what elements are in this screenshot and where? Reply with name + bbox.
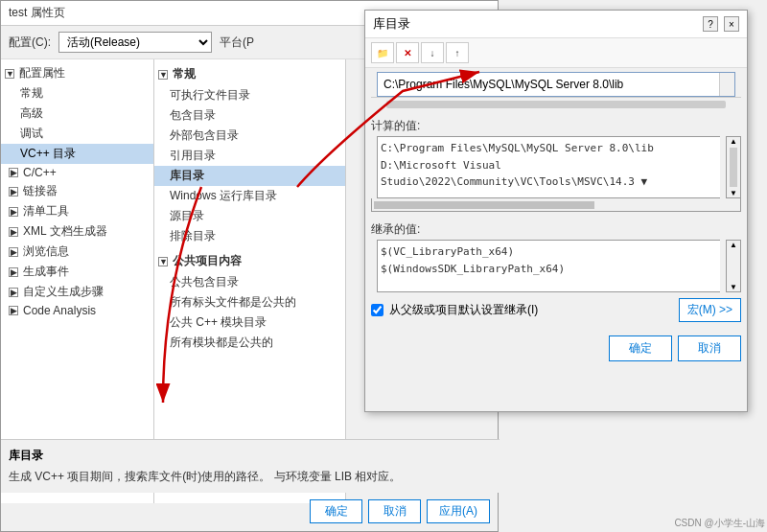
dialog-title-controls: ? ×	[703, 16, 739, 32]
tree-item-vc-dirs[interactable]: VC++ 目录	[1, 144, 153, 164]
tree-item-manifest[interactable]: ▶清单工具	[1, 201, 153, 221]
tree-item-debug[interactable]: 调试	[1, 124, 153, 144]
center-item-winruntime[interactable]: Windows 运行库目录	[154, 186, 345, 206]
computed-box: C:\Program Files\MySQL\MySQL Server 8.0\…	[377, 136, 720, 198]
toolbar-folder-button[interactable]: 📁	[371, 42, 394, 63]
checkbox-label: 从父级或项目默认设置继承(I)	[389, 302, 538, 318]
arrow-down-icon: ↓	[430, 48, 435, 58]
center-item-all-headers[interactable]: 所有标头文件都是公共的	[154, 292, 345, 312]
inherited-scroll-down[interactable]: ▼	[730, 283, 737, 291]
main-cancel-button[interactable]: 取消	[368, 499, 421, 523]
lib-path-input[interactable]	[378, 73, 719, 96]
tree-item-custom[interactable]: ▶自定义生成步骤	[1, 282, 153, 302]
computed-wrapper: C:\Program Files\MySQL\MySQL Server 8.0\…	[371, 136, 741, 198]
center-item-exe[interactable]: 可执行文件目录	[154, 85, 345, 105]
tree-item-browse[interactable]: ▶浏览信息	[1, 242, 153, 262]
computed-line-1: C:\Program Files\MySQL\MySQL Server 8.0\…	[381, 140, 717, 157]
desc-title: 库目录	[9, 448, 492, 464]
tree-item-events[interactable]: ▶生成事件	[1, 262, 153, 282]
main-title: test 属性页	[9, 5, 65, 21]
center-item-pub-cpp[interactable]: 公共 C++ 模块目录	[154, 312, 345, 333]
folder-icon: 📁	[377, 48, 388, 58]
computed-hscroll	[371, 198, 741, 212]
toolbar-delete-button[interactable]: ✕	[396, 42, 419, 63]
main-ok-button[interactable]: 确定	[310, 499, 362, 523]
expand-icon-center-public: ▼	[158, 257, 168, 266]
expand-icon-custom: ▶	[9, 288, 18, 297]
toolbar-down-button[interactable]: ↓	[421, 42, 444, 63]
tree-item-linker[interactable]: ▶链接器	[1, 181, 153, 201]
computed-h-scrollbar	[371, 198, 741, 212]
computed-line-2: D:\Microsoft Visual Studio\2022\Communit…	[381, 157, 717, 191]
tree-item-code-analysis[interactable]: ▶Code Analysis	[1, 302, 153, 319]
h-scroll-thumb	[386, 101, 726, 108]
center-item-include[interactable]: 包含目录	[154, 105, 345, 126]
inherited-line-2: $(WindowsSDK_LibraryPath_x64)	[381, 261, 717, 278]
tree-item-cpp[interactable]: ▶C/C++	[1, 164, 153, 181]
expand-icon-cpp: ▶	[9, 168, 18, 177]
center-item-ext-include[interactable]: 外部包含目录	[154, 126, 345, 146]
center-item-source[interactable]: 源目录	[154, 206, 345, 226]
tree-item-general[interactable]: 常规	[1, 83, 153, 104]
computed-scrollbar: ▲ ▼	[726, 136, 741, 198]
config-select[interactable]: 活动(Release)	[58, 32, 212, 53]
expand-icon: ▼	[5, 69, 14, 79]
input-scrollbar	[719, 73, 734, 96]
macro-button[interactable]: 宏(M) >>	[679, 298, 741, 322]
dialog-bottom-buttons: 确定 取消	[365, 328, 747, 369]
left-tree: ▼ 配置属性 常规 高级 调试 VC++ 目录 ▶C/C++ ▶链接器 ▶清单工…	[1, 59, 154, 503]
expand-icon-center-general: ▼	[158, 70, 168, 80]
inherited-scrollbar: ▲ ▼	[726, 240, 741, 292]
inherit-checkbox[interactable]	[371, 304, 384, 316]
desc-text: 生成 VC++ 项目期间，搜索库文件(时)使用的路径。 与环境变量 LIB 相对…	[9, 468, 492, 485]
inherited-wrapper: $(VC_LibraryPath_x64) $(WindowsSDK_Libra…	[371, 240, 741, 292]
platform-label: 平台(P	[220, 35, 254, 51]
center-tree: ▼ 常规 可执行文件目录 包含目录 外部包含目录 引用目录 库目录 Window…	[154, 59, 346, 503]
computed-scroll-thumb	[730, 148, 737, 187]
dialog-title: 库目录	[373, 15, 410, 33]
tree-item-xml[interactable]: ▶XML 文档生成器	[1, 221, 153, 242]
input-row-wrapper	[377, 72, 735, 97]
lib-dir-dialog: 库目录 ? × 📁 ✕ ↓ ↑ 计算的值:	[364, 10, 748, 412]
center-item-lib[interactable]: 库目录	[154, 166, 345, 186]
dialog-title-bar: 库目录 ? ×	[365, 11, 747, 38]
center-item-exclude[interactable]: 排除目录	[154, 226, 345, 246]
dialog-input-area	[365, 68, 747, 114]
center-item-all-modules[interactable]: 所有模块都是公共的	[154, 333, 345, 353]
expand-icon-events: ▶	[9, 267, 18, 277]
computed-label: 计算的值:	[365, 114, 747, 136]
bottom-desc: 库目录 生成 VC++ 项目期间，搜索库文件(时)使用的路径。 与环境变量 LI…	[1, 439, 500, 493]
dialog-toolbar: 📁 ✕ ↓ ↑	[365, 38, 747, 68]
expand-icon-manifest: ▶	[9, 207, 18, 217]
expand-icon-xml: ▶	[9, 227, 18, 237]
main-bottom-buttons: 确定 取消 应用(A)	[310, 499, 490, 523]
inherited-line-1: $(VC_LibraryPath_x64)	[381, 243, 717, 261]
delete-icon: ✕	[404, 48, 411, 58]
main-apply-button[interactable]: 应用(A)	[427, 499, 490, 523]
watermark: CSDN @小学生-山海	[674, 517, 765, 530]
center-section-general: ▼ 常规	[154, 63, 345, 85]
h-scrollbar	[371, 97, 741, 110]
expand-icon-linker: ▶	[9, 187, 18, 197]
tree-item-advanced[interactable]: 高级	[1, 104, 153, 124]
dialog-ok-button[interactable]: 确定	[609, 335, 672, 361]
dialog-cancel-button[interactable]: 取消	[678, 335, 741, 361]
inherited-label: 继承的值:	[365, 218, 747, 240]
inherited-scroll-up[interactable]: ▲	[730, 241, 737, 249]
inherited-box: $(VC_LibraryPath_x64) $(WindowsSDK_Libra…	[377, 240, 720, 292]
center-item-pub-include[interactable]: 公共包含目录	[154, 272, 345, 292]
center-item-ref[interactable]: 引用目录	[154, 146, 345, 166]
config-label: 配置(C):	[9, 35, 51, 51]
toolbar-up-button[interactable]: ↑	[446, 42, 469, 63]
arrow-up-icon: ↑	[455, 48, 460, 58]
center-section-public: ▼ 公共项目内容	[154, 250, 345, 272]
tree-item-config-props[interactable]: ▼ 配置属性	[1, 63, 153, 83]
expand-icon-browse: ▶	[9, 247, 18, 257]
computed-h-thumb	[374, 201, 594, 209]
computed-scroll-down[interactable]: ▼	[730, 189, 737, 197]
checkbox-row: 从父级或项目默认设置继承(I) 宏(M) >>	[365, 292, 747, 328]
expand-icon-code-analysis: ▶	[9, 306, 18, 315]
dialog-close-button[interactable]: ×	[724, 16, 739, 32]
computed-scroll-up[interactable]: ▲	[730, 137, 737, 146]
dialog-help-button[interactable]: ?	[703, 16, 718, 32]
